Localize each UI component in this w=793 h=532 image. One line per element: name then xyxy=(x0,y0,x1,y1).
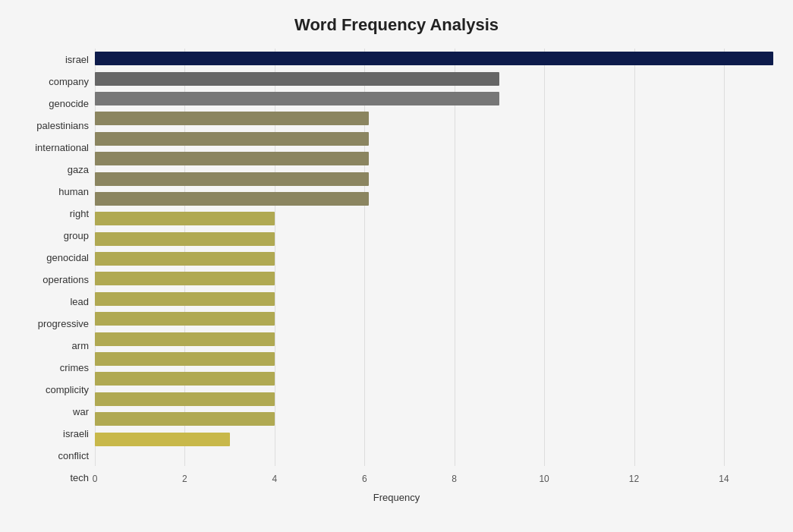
y-axis-label: war xyxy=(73,407,89,417)
bar xyxy=(95,352,275,366)
bar xyxy=(95,412,275,426)
bar-row xyxy=(95,250,778,267)
chart-container: Word Frequency Analysis israelcompanygen… xyxy=(0,0,793,532)
bar-row xyxy=(95,171,778,187)
bar-row xyxy=(95,90,778,107)
bar xyxy=(95,212,275,225)
bar xyxy=(95,92,499,105)
y-axis-label: palestinians xyxy=(36,121,89,131)
bar-row xyxy=(95,411,778,427)
y-axis-label: progressive xyxy=(38,319,89,329)
bar-row xyxy=(95,291,778,307)
bars-and-grid: 02468101214 xyxy=(95,49,778,489)
bar xyxy=(95,292,275,306)
y-axis-label: gaza xyxy=(68,165,89,175)
bar-row xyxy=(95,270,778,287)
bar xyxy=(95,192,369,206)
x-axis-tick-label: 14 xyxy=(719,474,728,484)
bar-row xyxy=(95,431,778,448)
bar-row xyxy=(95,331,778,348)
y-axis-label: right xyxy=(70,209,89,219)
bar xyxy=(95,332,275,346)
bar xyxy=(95,312,275,326)
y-axis-label: tech xyxy=(70,473,89,483)
bar-row xyxy=(95,50,778,67)
y-axis-label: genocidal xyxy=(46,253,89,263)
y-axis-label: company xyxy=(49,77,89,87)
bar-row xyxy=(95,351,778,367)
bar-row xyxy=(95,310,778,327)
bar xyxy=(95,152,369,165)
bar xyxy=(95,172,369,186)
y-axis: israelcompanygenocidepalestiniansinterna… xyxy=(15,49,95,489)
x-axis-labels: 02468101214 xyxy=(95,474,778,489)
bar-row xyxy=(95,110,778,127)
bar xyxy=(95,232,275,246)
x-axis-tick-label: 12 xyxy=(629,474,639,484)
x-axis-tick-label: 0 xyxy=(93,474,98,484)
chart-title: Word Frequency Analysis xyxy=(15,15,778,35)
bar-row xyxy=(95,210,778,227)
y-axis-label: group xyxy=(64,231,89,241)
bar xyxy=(95,132,369,146)
bar-row xyxy=(95,391,778,408)
x-axis-tick-label: 2 xyxy=(182,474,187,484)
y-axis-label: conflict xyxy=(58,451,89,461)
bar-row xyxy=(95,231,778,247)
bars-wrapper xyxy=(95,49,778,472)
x-axis-tick-label: 8 xyxy=(452,474,457,484)
x-axis-title: Frequency xyxy=(15,492,778,503)
bar xyxy=(95,392,275,406)
bar xyxy=(95,272,275,285)
bar xyxy=(95,112,369,125)
bar xyxy=(95,372,275,386)
x-axis-tick-label: 4 xyxy=(272,474,277,484)
bar-row xyxy=(95,131,778,147)
bar xyxy=(95,72,499,86)
y-axis-label: genocide xyxy=(49,99,89,109)
y-axis-label: arm xyxy=(72,341,89,351)
bar xyxy=(95,433,230,446)
y-axis-label: human xyxy=(58,187,89,197)
bar-row xyxy=(95,71,778,87)
y-axis-label: israeli xyxy=(63,429,89,439)
bar-row xyxy=(95,370,778,387)
bar-row xyxy=(95,190,778,207)
y-axis-label: international xyxy=(35,143,89,153)
y-axis-label: israel xyxy=(65,55,89,65)
y-axis-label: lead xyxy=(70,297,89,307)
y-axis-label: crimes xyxy=(60,363,89,373)
x-axis-tick-label: 10 xyxy=(539,474,549,484)
y-axis-label: operations xyxy=(42,275,89,285)
y-axis-label: complicity xyxy=(46,385,89,395)
chart-area: israelcompanygenocidepalestiniansinterna… xyxy=(15,49,778,489)
bar-row xyxy=(95,150,778,167)
bar xyxy=(95,52,773,65)
bar xyxy=(95,252,275,266)
x-axis-tick-label: 6 xyxy=(362,474,367,484)
